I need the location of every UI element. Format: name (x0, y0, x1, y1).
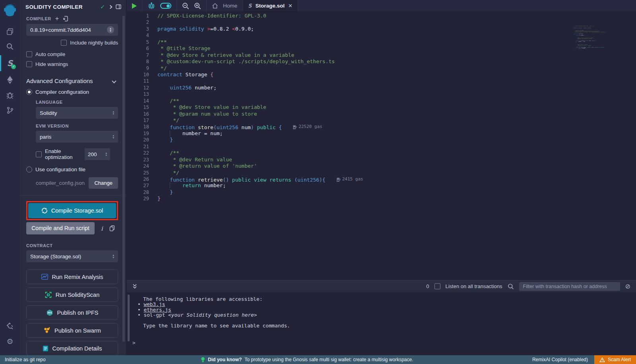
hide-warnings-checkbox[interactable] (26, 61, 32, 67)
contract-value: Storage (Storage.sol) (30, 254, 112, 259)
analysis-chart-icon (41, 274, 48, 280)
chevron-down-icon[interactable] (112, 79, 116, 83)
code-line: 12 uint256 number; (127, 85, 636, 91)
compiler-version-select[interactable]: 0.8.19+commit.7dd6d404 ▴▾ (26, 24, 118, 36)
publish-ipfs-button[interactable]: IPFS Publish on IPFS (26, 305, 118, 320)
collapse-terminal-icon[interactable] (132, 284, 137, 289)
add-compiler-icon[interactable]: + (55, 16, 59, 21)
code-line: 20 } (127, 137, 636, 143)
deploy-run-icon[interactable] (0, 72, 20, 87)
settings-gear-icon[interactable]: ⚙ (0, 334, 20, 349)
clear-console-icon[interactable]: ⊘ (625, 283, 630, 290)
line-number: 3 (127, 26, 149, 32)
scam-alert-label: Scam Alert (608, 357, 631, 362)
terminal-prompt[interactable]: > (132, 340, 636, 345)
listen-transactions-label: Listen on all transactions (446, 283, 502, 289)
terminal-search-icon[interactable] (508, 283, 514, 290)
terminal-lines: The following libraries are accessible:•… (132, 296, 636, 328)
remix-logo-icon[interactable] (3, 3, 17, 18)
line-number: 11 (127, 78, 149, 84)
icon-rail: S✓ (0, 0, 20, 355)
terminal-output[interactable]: The following libraries are accessible:•… (127, 292, 636, 355)
run-solidityscan-button[interactable]: Run SolidityScan (26, 287, 118, 302)
line-number: 14 (127, 98, 149, 104)
auto-compile-checkbox[interactable] (26, 51, 32, 57)
file-explorer-icon[interactable] (0, 24, 20, 39)
line-number: 19 (127, 130, 149, 137)
remix-ide-app: S✓ (0, 0, 636, 364)
copy-icon[interactable] (109, 225, 115, 231)
compilation-details-button[interactable]: Compilation Details (26, 341, 118, 355)
panel-scrollbar[interactable] (122, 16, 125, 342)
line-number: 23 (127, 157, 149, 163)
pin-panel-icon[interactable] (116, 4, 121, 9)
import-compiler-icon[interactable] (63, 16, 68, 21)
terminal-line: • ethers.js (132, 307, 636, 312)
evm-version-label: EVM VERSION (36, 124, 118, 128)
scam-alert-badge[interactable]: Scam Alert (594, 355, 636, 364)
code-editor[interactable]: 1// SPDX-License-Identifier: GPL-3.023pr… (127, 12, 636, 280)
zoom-out-icon[interactable] (182, 2, 189, 10)
gas-estimate: 2415 gas (337, 176, 363, 182)
line-number: 25 (127, 170, 149, 176)
transaction-filter-input[interactable] (519, 282, 620, 291)
evm-version-value: paris (40, 134, 112, 140)
listen-transactions-checkbox[interactable] (434, 283, 440, 289)
line-number: 29 (127, 196, 149, 202)
language-value: Solidity (40, 110, 112, 116)
close-tab-icon[interactable]: ✕ (288, 3, 293, 9)
solidityscan-icon (45, 292, 52, 298)
compile-and-run-button[interactable]: Compile and Run script (26, 222, 95, 234)
use-config-file-radio[interactable] (26, 167, 32, 172)
config-file-name[interactable]: compiler_config.json (36, 180, 85, 186)
line-number: 20 (127, 137, 149, 143)
tip-text: To prototype using the Gnosis safe multi… (244, 357, 413, 362)
solidity-compiler-icon[interactable]: S✓ (0, 54, 20, 72)
run-script-button[interactable] (127, 0, 142, 12)
panel-title: SOLIDITY COMPILER (25, 4, 96, 10)
code-line: 10contract Storage { (127, 72, 636, 78)
debugger-icon[interactable] (0, 87, 20, 103)
compiled-check-icon: ✓ (100, 4, 105, 10)
nightly-builds-checkbox[interactable] (61, 40, 67, 46)
git-branch-icon[interactable] (0, 103, 20, 118)
zoom-in-icon[interactable] (194, 2, 201, 10)
code-line: 13 (127, 91, 636, 97)
status-bar: Initialize as git repo Did you know? To … (0, 355, 636, 364)
refresh-icon (41, 207, 48, 214)
line-number: 22 (127, 150, 149, 156)
info-icon[interactable]: i (101, 225, 103, 232)
change-config-button[interactable]: Change (89, 177, 118, 189)
terminal-scrollbar[interactable] (128, 294, 130, 341)
language-stepper-icon: ▴▾ (112, 110, 114, 115)
line-number: 24 (127, 163, 149, 169)
plugin-manager-icon[interactable] (0, 319, 20, 334)
line-number: 4 (127, 32, 149, 39)
version-stepper-icon: ▴▾ (107, 26, 114, 33)
ai-copilot-robot-icon[interactable] (147, 2, 155, 10)
warning-triangle-icon (599, 357, 605, 362)
code-line: 29} (127, 196, 636, 202)
contract-select[interactable]: Storage (Storage.sol) ▴▾ (26, 250, 118, 262)
enable-optimization-checkbox[interactable] (36, 151, 42, 157)
copilot-status[interactable]: RemixAI Copilot (enabled) (532, 357, 588, 362)
compile-button[interactable]: Compile Storage.sol (28, 203, 116, 218)
code-line: 27 return number; (127, 182, 636, 189)
tab-home[interactable]: Home (207, 0, 243, 12)
copilot-toggle[interactable] (160, 3, 171, 9)
line-number: 15 (127, 104, 149, 110)
home-tab-label: Home (223, 3, 237, 9)
tab-storage-sol[interactable]: S Storage.sol ✕ (243, 0, 298, 12)
code-line: 28 } (127, 189, 636, 196)
language-select[interactable]: Solidity ▴▾ (36, 107, 118, 119)
divider (20, 195, 126, 196)
search-icon[interactable] (0, 39, 20, 54)
publish-swarm-button[interactable]: Publish on Swarm (26, 323, 118, 338)
run-remix-analysis-button[interactable]: Run Remix Analysis (26, 269, 118, 284)
evm-version-select[interactable]: paris ▴▾ (36, 131, 118, 143)
chevron-right-icon[interactable] (109, 5, 112, 9)
compiler-config-radio[interactable] (26, 89, 32, 95)
git-init-button[interactable]: Initialize as git repo (5, 357, 46, 362)
use-config-file-label: Use configuration file (35, 167, 85, 172)
optimization-runs-input[interactable]: 200 ▴▾ (85, 148, 110, 160)
